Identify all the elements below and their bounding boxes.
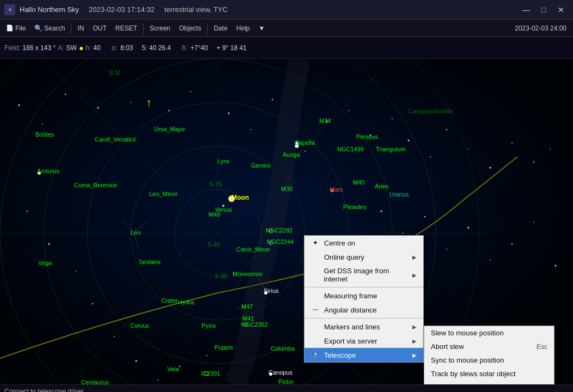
file-menu-button[interactable]: 📄 File (2, 23, 29, 34)
svg-point-41 (304, 151, 306, 152)
svg-point-72 (228, 195, 235, 202)
help-button[interactable]: Help (233, 23, 254, 34)
ctx-online-query[interactable]: Online query ▶ (304, 250, 423, 264)
sub-slew-mouse-label: Slew to mouse position (431, 329, 504, 337)
centre-on-icon: ✦ (311, 238, 320, 247)
get-dss-icon (311, 271, 320, 279)
sub-track-comet-label: Track smooth comet or asteroid (431, 383, 530, 384)
ctx-online-query-label: Online query (324, 253, 364, 261)
ctx-angular-distance[interactable]: ━━ Angular distance (304, 303, 423, 317)
h-label: h: (86, 44, 91, 52)
sub-track-slews[interactable]: Track by slews solar object (424, 367, 554, 381)
toolbar-sep-3 (207, 23, 208, 34)
ctx-sep-2 (304, 318, 423, 318)
svg-point-44 (370, 134, 371, 136)
svg-point-53 (550, 148, 551, 149)
field-info: Field: 186 x 143 ° A: SW ● h: 40 (4, 44, 101, 52)
h-value: 40 (93, 44, 100, 52)
svg-point-77 (38, 171, 41, 175)
svg-point-30 (42, 124, 43, 125)
more-button[interactable]: ▼ (255, 23, 269, 34)
search-icon: 🔍 (34, 24, 42, 32)
a-label: A: (58, 44, 64, 52)
ctx-export-server[interactable]: Export via server ▶ (304, 334, 423, 348)
svg-point-35 (168, 110, 169, 111)
sub-sync-mouse-label: Sync to mouse position (431, 356, 504, 364)
svg-point-45 (392, 118, 393, 119)
ra-value: 5: 40 26.4 (142, 44, 170, 52)
sub-sync-mouse[interactable]: Sync to mouse position (424, 353, 554, 367)
svg-point-67 (468, 227, 470, 229)
svg-point-38 (250, 129, 251, 130)
svg-point-66 (446, 249, 447, 250)
svg-point-48 (446, 129, 447, 130)
svg-point-68 (490, 260, 491, 261)
svg-point-47 (430, 156, 431, 157)
alpha-label: α: (112, 44, 117, 52)
export-server-icon (311, 336, 320, 345)
svg-point-60 (157, 379, 159, 381)
svg-point-71 (555, 265, 557, 267)
svg-point-32 (97, 107, 99, 109)
minimize-button[interactable]: — (519, 2, 534, 17)
delta-value: +7°40 (191, 44, 208, 52)
sub-track-slews-label: Track by slews solar object (431, 370, 516, 378)
svg-point-55 (48, 243, 50, 245)
window-controls: — □ ✕ (519, 2, 569, 17)
svg-point-42 (326, 121, 328, 122)
svg-text:Campopidestella: Campopidestella (409, 108, 454, 114)
svg-point-63 (381, 211, 382, 212)
zoom-in-button[interactable]: IN (74, 23, 88, 34)
ctx-measuring-frame[interactable]: Measuring frame (304, 289, 423, 303)
sub-track-comet[interactable]: Track smooth comet or asteroid (424, 381, 554, 384)
svg-point-43 (348, 110, 349, 111)
svg-point-33 (108, 137, 109, 138)
toolbar-sep-1 (71, 23, 71, 34)
alpha-value: 8:03 (120, 44, 133, 52)
objects-button[interactable]: Objects (175, 23, 205, 34)
get-dss-arrow: ▶ (412, 272, 417, 278)
measuring-frame-icon (311, 291, 320, 300)
toolbar-datetime: 2023-02-03 24:00 (515, 24, 571, 32)
svg-point-65 (424, 216, 425, 217)
context-menu: ✦ Centre on Online query ▶ Get DSS image… (304, 235, 424, 363)
svg-point-76 (269, 372, 272, 376)
svg-point-39 (272, 99, 273, 100)
ctx-centre-on-label: Centre on (324, 239, 355, 247)
svg-point-57 (92, 303, 93, 304)
ctx-telescope[interactable]: 🔭 Telescope ▶ (304, 348, 423, 362)
delta-info: δ: +7°40 + 9° 18 41 (182, 44, 247, 52)
svg-point-31 (65, 94, 66, 95)
ctx-sep-1 (304, 287, 423, 287)
maximize-button[interactable]: □ (536, 2, 551, 17)
alpha-info: α: 8:03 5: 40 26.4 (112, 44, 171, 52)
titlebar-view: terrestrial view, TYC (164, 5, 228, 14)
toolbar-sep-2 (143, 23, 144, 34)
a-value: SW (66, 44, 77, 52)
export-server-arrow: ▶ (412, 338, 417, 344)
date-button[interactable]: Date (210, 23, 231, 34)
sub-abort-slew[interactable]: Abort slew Esc (424, 340, 554, 353)
svg-point-36 (190, 91, 191, 92)
sub-slew-mouse[interactable]: Slew to mouse position (424, 326, 554, 340)
reset-button[interactable]: RESET (112, 23, 141, 34)
svg-point-62 (206, 355, 208, 356)
svg-point-73 (222, 205, 224, 207)
ctx-markers-lines[interactable]: Markers and lines ▶ (304, 320, 423, 334)
ctx-centre-on[interactable]: ✦ Centre on (304, 236, 423, 250)
sky-view[interactable]: S·N Campopidestella (0, 59, 573, 384)
delta-label: δ: (182, 44, 187, 52)
statusbar: Connect to telescope driver (0, 384, 573, 392)
close-button[interactable]: ✕ (553, 2, 569, 17)
screen-button[interactable]: Screen (146, 23, 174, 34)
ctx-get-dss[interactable]: Get DSS image from internet ▶ (304, 264, 423, 286)
svg-text:S·N: S·N (109, 69, 120, 77)
svg-point-74 (264, 291, 267, 295)
telescope-arrow: ▶ (412, 352, 417, 358)
infobar: Field: 186 x 143 ° A: SW ● h: 40 α: 8:03… (0, 37, 573, 59)
field-value: 186 x 143 ° (22, 44, 56, 52)
north-arrow: ↑ (146, 96, 152, 110)
search-button[interactable]: 🔍 Search (31, 23, 69, 34)
zoom-out-button[interactable]: OUT (89, 23, 110, 34)
svg-point-54 (27, 211, 28, 212)
